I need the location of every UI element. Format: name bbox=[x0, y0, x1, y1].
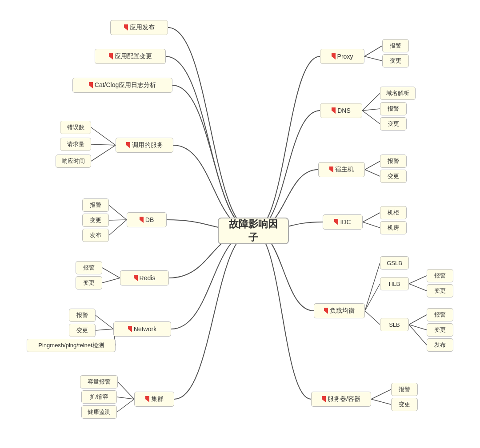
svg-line-17 bbox=[362, 109, 380, 111]
svg-line-26 bbox=[409, 284, 427, 291]
error-count: 错误数 bbox=[60, 121, 91, 134]
flag-icon bbox=[134, 275, 138, 281]
request-count: 请求量 bbox=[60, 138, 91, 151]
cat-clog-label: Cat/Clog应用日志分析 bbox=[95, 81, 156, 89]
flag-icon bbox=[334, 219, 338, 225]
svg-line-29 bbox=[409, 325, 427, 330]
mindmap-container: 故障影响因子应用发布应用配置变更Cat/Clog应用日志分析调用的服务错误数请求… bbox=[0, 0, 480, 448]
svg-line-9 bbox=[96, 329, 113, 330]
proxy: Proxy bbox=[320, 49, 364, 64]
flag-icon bbox=[332, 107, 336, 114]
response-time: 响应时间 bbox=[56, 155, 91, 168]
idc-room: 机房 bbox=[380, 221, 407, 234]
invoke-service-label: 调用的服务 bbox=[132, 141, 163, 149]
svg-line-11 bbox=[118, 382, 134, 399]
gslb: GSLB bbox=[380, 256, 409, 270]
cat-clog: Cat/Clog应用日志分析 bbox=[72, 78, 172, 93]
dns-change: 变更 bbox=[380, 117, 407, 131]
invoke-service: 调用的服务 bbox=[116, 138, 173, 153]
dns-label: DNS bbox=[337, 107, 351, 114]
svg-line-23 bbox=[365, 263, 380, 311]
center-node: 故障影响因子 bbox=[218, 218, 289, 244]
svg-line-4 bbox=[109, 220, 127, 220]
apply-config: 应用配置变更 bbox=[95, 49, 166, 64]
slb-alert: 报警 bbox=[427, 308, 453, 321]
svg-line-21 bbox=[363, 213, 380, 222]
svg-line-16 bbox=[362, 93, 380, 111]
cluster-health: 健康监测 bbox=[81, 405, 117, 419]
cluster-capacity: 容量报警 bbox=[80, 375, 118, 389]
dns-alert: 报警 bbox=[380, 102, 407, 115]
server-container: 服务器/容器 bbox=[311, 392, 371, 407]
svg-line-15 bbox=[364, 56, 382, 61]
svg-line-7 bbox=[102, 278, 120, 283]
host: 宿主机 bbox=[318, 162, 365, 177]
hlb-change: 变更 bbox=[427, 284, 453, 297]
net-pingmesh: Pingmesh/ping/telnet检测 bbox=[27, 339, 116, 352]
host-label: 宿主机 bbox=[335, 166, 354, 174]
redis-label: Redis bbox=[140, 274, 156, 281]
idc-rack: 机柜 bbox=[380, 206, 407, 219]
db-alert: 报警 bbox=[82, 198, 109, 212]
flag-icon bbox=[124, 24, 128, 31]
svg-line-3 bbox=[109, 205, 127, 220]
lb: 负载均衡 bbox=[314, 303, 365, 318]
svg-line-28 bbox=[409, 315, 427, 325]
db-publish: 发布 bbox=[82, 229, 109, 242]
svg-line-32 bbox=[371, 399, 391, 404]
slb-change: 变更 bbox=[427, 323, 453, 337]
net-alert: 报警 bbox=[69, 309, 96, 322]
svg-line-2 bbox=[91, 145, 116, 161]
flag-icon bbox=[109, 53, 113, 59]
cluster-label: 集群 bbox=[151, 395, 164, 403]
flag-icon bbox=[322, 396, 326, 402]
svg-line-30 bbox=[409, 325, 427, 345]
slb-publish: 发布 bbox=[427, 338, 453, 352]
cluster-scale: 扩/缩容 bbox=[81, 390, 117, 404]
svg-line-12 bbox=[117, 397, 134, 399]
flag-icon bbox=[128, 326, 132, 332]
flag-icon bbox=[89, 82, 93, 88]
sc-change: 变更 bbox=[391, 398, 418, 411]
net-change: 变更 bbox=[69, 324, 96, 337]
flag-icon bbox=[126, 142, 130, 148]
svg-line-0 bbox=[91, 127, 116, 145]
flag-icon bbox=[329, 167, 333, 173]
cluster: 集群 bbox=[134, 392, 174, 407]
db-label: DB bbox=[145, 216, 154, 223]
slb: SLB bbox=[380, 318, 409, 331]
svg-line-24 bbox=[365, 284, 380, 311]
svg-line-25 bbox=[409, 276, 427, 284]
dns: DNS bbox=[320, 103, 362, 118]
sc-alert: 报警 bbox=[391, 383, 418, 396]
svg-line-6 bbox=[102, 268, 120, 278]
flag-icon bbox=[140, 217, 144, 223]
svg-line-19 bbox=[365, 161, 380, 170]
svg-line-13 bbox=[117, 399, 134, 412]
svg-line-27 bbox=[365, 311, 380, 325]
apply-publish: 应用发布 bbox=[110, 20, 168, 35]
network: Network bbox=[113, 321, 171, 337]
idc: IDC bbox=[323, 214, 363, 230]
svg-line-18 bbox=[362, 111, 380, 124]
redis-alert: 报警 bbox=[76, 261, 102, 274]
svg-line-14 bbox=[364, 46, 382, 56]
apply-config-label: 应用配置变更 bbox=[115, 52, 152, 60]
proxy-label: Proxy bbox=[337, 53, 353, 60]
hlb: HLB bbox=[380, 277, 409, 290]
server-container-label: 服务器/容器 bbox=[328, 395, 360, 403]
proxy-alert: 报警 bbox=[382, 39, 409, 52]
db: DB bbox=[127, 212, 167, 227]
svg-line-1 bbox=[91, 144, 116, 145]
db-change: 变更 bbox=[82, 214, 109, 227]
host-change: 变更 bbox=[380, 170, 407, 183]
flag-icon bbox=[145, 396, 149, 402]
flag-icon bbox=[332, 53, 336, 59]
redis: Redis bbox=[120, 270, 169, 285]
svg-line-31 bbox=[371, 389, 391, 399]
svg-line-8 bbox=[96, 315, 113, 329]
redis-change: 变更 bbox=[76, 276, 102, 289]
proxy-change: 变更 bbox=[382, 54, 409, 67]
idc-label: IDC bbox=[340, 218, 351, 226]
flag-icon bbox=[324, 308, 328, 314]
